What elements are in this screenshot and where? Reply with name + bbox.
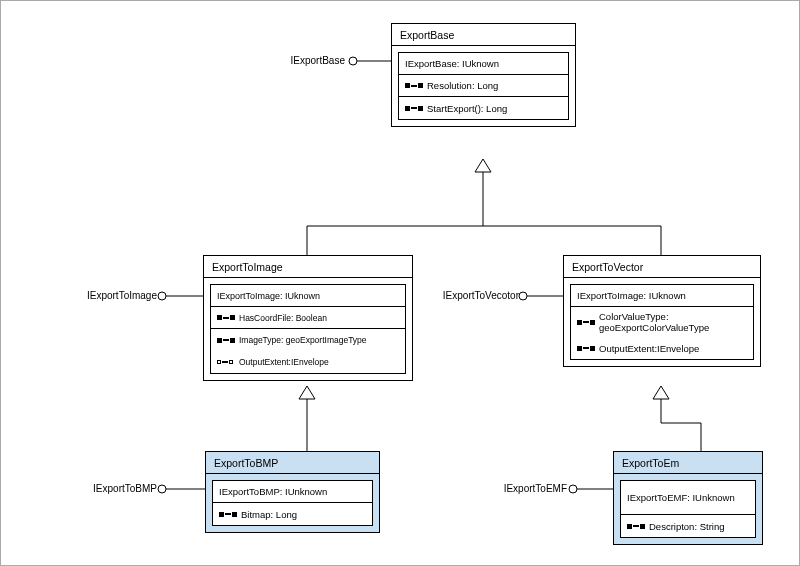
class-members: IExportBase: IUknown Resolution: Long St… xyxy=(398,52,569,120)
member-row: Bitmap: Long xyxy=(213,503,372,525)
svg-point-5 xyxy=(519,292,527,300)
member-row: StartExport(): Long xyxy=(399,97,568,119)
svg-point-3 xyxy=(158,292,166,300)
class-exportbase: ExportBase IExportBase: IUknown Resoluti… xyxy=(391,23,576,127)
class-title: ExportToEm xyxy=(614,452,762,474)
class-title: ExportToImage xyxy=(204,256,412,278)
member-row: IExportToBMP: IUnknown xyxy=(213,481,372,503)
class-members: IExportToImage: IUknown HasCoordFile: Bo… xyxy=(210,284,406,374)
class-members: IExportToBMP: IUnknown Bitmap: Long xyxy=(212,480,373,526)
svg-marker-17 xyxy=(653,386,669,399)
member-row: Descripton: String xyxy=(621,515,755,537)
member-row: ImageType: geoExportImageType xyxy=(211,329,405,351)
class-members: IExportToImage: IUknown ColorValueType: … xyxy=(570,284,754,360)
member-row: ColorValueType: geoExportColorValueType xyxy=(571,307,753,337)
member-row: OutputExtent:IEnvelope xyxy=(211,351,405,373)
class-title: ExportToVector xyxy=(564,256,760,278)
class-title: ExportBase xyxy=(392,24,575,46)
member-row: OutputExtent:IEnvelope xyxy=(571,337,753,359)
class-exporttovector: ExportToVector IExportToImage: IUknown C… xyxy=(563,255,761,367)
class-title: ExportToBMP xyxy=(206,452,379,474)
lollipop-label-exporttoimage: IExportToImage xyxy=(77,290,157,301)
svg-point-9 xyxy=(569,485,577,493)
member-row: IExportToImage: IUknown xyxy=(211,285,405,307)
class-exporttoimage: ExportToImage IExportToImage: IUknown Ha… xyxy=(203,255,413,381)
class-members: IExportToEMF: IUnknown Descripton: Strin… xyxy=(620,480,756,538)
diagram-canvas: ExportBase IExportBase: IUknown Resoluti… xyxy=(0,0,800,566)
member-row: IExportToEMF: IUnknown xyxy=(621,481,755,515)
lollipop-label-exporttovector: IExportToVecotor xyxy=(431,290,519,301)
member-row: IExportToImage: IUknown xyxy=(571,285,753,307)
class-exporttoem: ExportToEm IExportToEMF: IUnknown Descri… xyxy=(613,451,763,545)
svg-marker-10 xyxy=(475,159,491,172)
lollipop-label-exporttobmp: IExportToBMP xyxy=(83,483,157,494)
svg-point-7 xyxy=(158,485,166,493)
member-row: Resolution: Long xyxy=(399,75,568,97)
svg-point-1 xyxy=(349,57,357,65)
lollipop-label-exporttoemf: IExportToEMF xyxy=(493,483,567,494)
class-exporttobmp: ExportToBMP IExportToBMP: IUnknown Bitma… xyxy=(205,451,380,533)
member-row: IExportBase: IUknown xyxy=(399,53,568,75)
svg-marker-15 xyxy=(299,386,315,399)
lollipop-label-exportbase: IExportBase xyxy=(281,55,345,66)
member-row: HasCoordFile: Boolean xyxy=(211,307,405,329)
